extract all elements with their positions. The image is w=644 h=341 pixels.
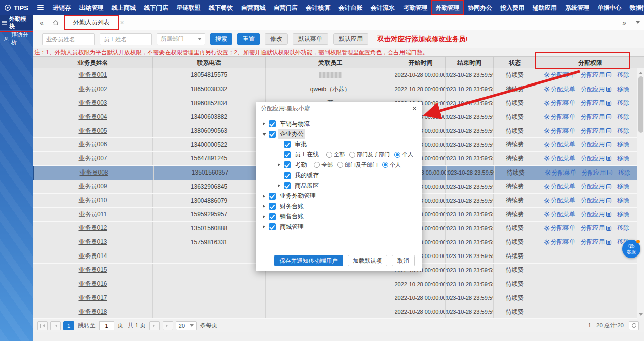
expand-icon[interactable] — [262, 122, 266, 126]
assign-menu-link[interactable]: 分配菜单 — [544, 238, 575, 246]
checkbox-checked-icon[interactable] — [284, 172, 291, 179]
assign-app-link[interactable]: 分配应用 — [581, 71, 612, 79]
checkbox-checked-icon[interactable] — [284, 161, 291, 168]
prev-page-button[interactable] — [50, 321, 61, 330]
remove-link[interactable]: 移除 — [617, 224, 629, 232]
expand-icon[interactable] — [277, 184, 281, 188]
remove-link[interactable]: 移除 — [617, 154, 629, 163]
radio-option[interactable]: 全部 — [326, 151, 345, 158]
top-nav-item[interactable]: 会计流水 — [367, 0, 399, 15]
modal-close-icon[interactable]: × — [412, 105, 417, 113]
checkbox-checked-icon[interactable] — [284, 182, 291, 189]
next-page-button[interactable] — [149, 321, 160, 330]
radio-option[interactable]: 个人 — [382, 161, 401, 169]
modify-button[interactable]: 修改 — [265, 33, 288, 45]
tree-node-label[interactable]: 商品展区 — [293, 181, 320, 191]
assign-menu-link[interactable]: 分配菜单 — [544, 224, 575, 232]
assign-app-link[interactable]: 分配应用 — [581, 238, 612, 246]
top-nav-item[interactable]: 自营商城 — [237, 0, 269, 15]
assign-app-link[interactable]: 分配应用 — [581, 99, 612, 107]
assign-menu-link[interactable]: 分配菜单 — [544, 113, 575, 121]
assign-menu-link[interactable]: 分配菜单 — [544, 140, 575, 149]
radio-option[interactable]: 个人 — [394, 151, 413, 158]
load-default-button[interactable]: 加载默认项 — [348, 255, 388, 266]
brand[interactable]: TIPS — [4, 4, 32, 12]
assign-app-link[interactable]: 分配应用 — [581, 196, 612, 205]
remove-link[interactable]: 移除 — [617, 99, 629, 107]
assign-menu-link[interactable]: 分配菜单 — [544, 196, 575, 205]
collapse-tabs-icon[interactable]: « — [36, 16, 47, 30]
assign-menu-link[interactable]: 分配菜单 — [544, 99, 575, 107]
assign-app-link[interactable]: 分配应用 — [581, 154, 612, 163]
tree-node-label[interactable]: 考勤 — [293, 160, 308, 170]
last-page-button[interactable] — [163, 321, 173, 330]
page-size-select[interactable]: 20 — [176, 321, 197, 330]
top-nav-item[interactable]: 数据情报 — [626, 0, 644, 15]
assign-app-link[interactable]: 分配应用 — [581, 85, 612, 94]
radio-selected-icon[interactable] — [394, 152, 400, 158]
top-nav-item[interactable]: 自营门店 — [270, 0, 302, 15]
sidebar-item-visit-analysis[interactable]: 拜访分析 — [0, 30, 33, 47]
scroll-up-icon[interactable] — [637, 68, 644, 75]
assign-menu-link[interactable]: 分配菜单 — [545, 168, 576, 177]
assign-menu-link[interactable]: 分配菜单 — [544, 71, 575, 79]
checkbox-checked-icon[interactable] — [269, 193, 276, 200]
radio-icon[interactable] — [349, 152, 355, 158]
remove-link[interactable]: 移除 — [617, 196, 629, 205]
remove-link[interactable]: 移除 — [617, 113, 629, 121]
tree-node-label[interactable]: 业务外勤管理 — [278, 191, 317, 201]
tree-node-label[interactable]: 员工在线 — [293, 150, 320, 159]
home-icon[interactable] — [49, 19, 62, 26]
top-nav-item[interactable]: 线上商城 — [108, 0, 140, 15]
assign-menu-link[interactable]: 分配菜单 — [544, 85, 575, 94]
radio-option[interactable]: 全部 — [314, 161, 333, 169]
current-page-button[interactable]: 1 — [63, 321, 74, 330]
assign-app-link[interactable]: 分配应用 — [581, 210, 612, 219]
radio-option[interactable]: 部门及子部门 — [349, 151, 390, 158]
tree-node-label[interactable]: 财务台账 — [278, 202, 305, 211]
top-nav-item[interactable]: 星链联盟 — [172, 0, 204, 15]
radio-option[interactable]: 部门及子部门 — [337, 161, 378, 169]
sidebar-header-field-module[interactable]: 外勤模块 — [0, 15, 33, 30]
assign-app-link[interactable]: 分配应用 — [581, 127, 612, 135]
top-nav-item[interactable]: 会计台账 — [334, 0, 366, 15]
checkbox-checked-icon[interactable] — [269, 120, 276, 127]
customer-service-button[interactable]: 客服 — [622, 240, 640, 258]
reset-button[interactable]: 重置 — [237, 33, 260, 45]
collapse-icon[interactable] — [262, 132, 266, 136]
department-select[interactable]: 所属部门 — [157, 33, 205, 45]
assign-app-link[interactable]: 分配应用 — [581, 182, 612, 191]
checkbox-checked-icon[interactable] — [269, 223, 276, 230]
remove-link[interactable]: 移除 — [617, 210, 629, 219]
checkbox-checked-icon[interactable] — [269, 203, 276, 210]
tree-node-label[interactable]: 企业办公 — [278, 129, 305, 139]
employee-name-input[interactable] — [100, 33, 152, 45]
tree-node-label[interactable]: 商城管理 — [278, 222, 305, 232]
table-row[interactable]: 业务员00218650038332qweib（小苏）2022-10-28 00:… — [33, 82, 637, 97]
assign-menu-link[interactable]: 分配菜单 — [544, 182, 575, 191]
radio-selected-icon[interactable] — [382, 162, 388, 168]
expand-tabs-icon[interactable]: » — [619, 16, 630, 30]
salesman-name-input[interactable] — [42, 33, 95, 45]
default-menu-button[interactable]: 默认菜单 — [293, 33, 328, 45]
tree-node-label[interactable]: 车销与物流 — [278, 119, 311, 129]
tab-field-staff-list[interactable]: 外勤人员列表 × — [64, 15, 128, 30]
save-notify-button[interactable]: 保存并通知移动端用户 — [274, 255, 343, 266]
expand-icon[interactable] — [262, 204, 266, 209]
cancel-button[interactable]: 取消 — [392, 255, 415, 266]
assign-menu-link[interactable]: 分配菜单 — [544, 154, 575, 163]
search-button[interactable]: 搜索 — [210, 33, 232, 45]
checkbox-checked-icon[interactable] — [284, 151, 291, 158]
top-nav-item[interactable]: 辅助应用 — [529, 0, 561, 15]
assign-app-link[interactable]: 分配应用 — [581, 224, 612, 232]
expand-icon[interactable] — [262, 214, 266, 219]
assign-app-link[interactable]: 分配应用 — [581, 113, 612, 121]
expand-icon[interactable] — [262, 225, 266, 229]
top-nav-item[interactable]: 线下餐饮 — [205, 0, 237, 15]
assign-app-link[interactable]: 分配应用 — [581, 140, 612, 149]
refresh-icon[interactable] — [629, 321, 639, 330]
hamburger-icon[interactable] — [33, 3, 48, 12]
top-nav-item[interactable]: 考勤管理 — [399, 0, 431, 15]
checkbox-checked-icon[interactable] — [284, 141, 291, 148]
table-row[interactable]: 业务员001180548155752022-10-28 00:00:002023… — [33, 68, 637, 82]
